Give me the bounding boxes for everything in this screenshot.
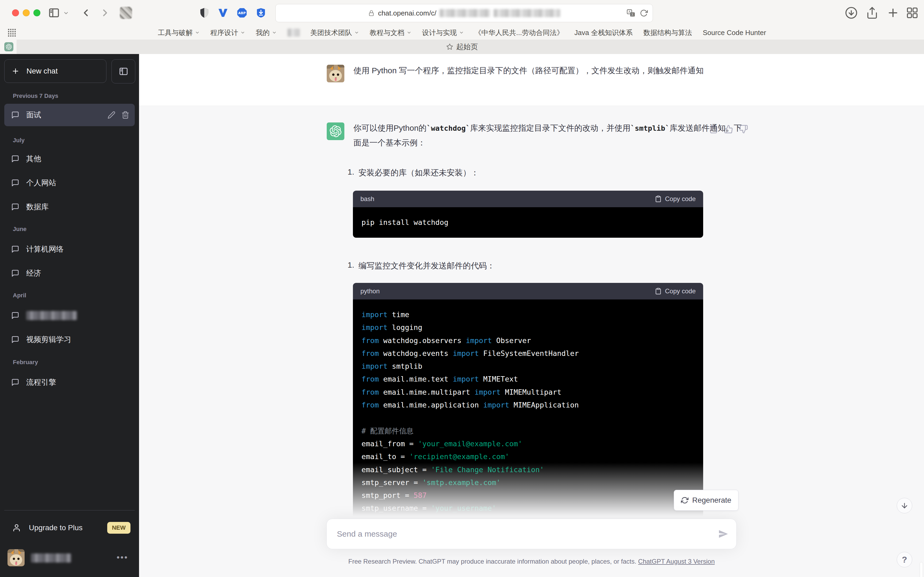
bookmark-item[interactable]: Java 全栈知识体系 [574,28,633,37]
safari-window: chat.openai.com/c/ 工具与破解 程序设计 我的 美团技术团队 … [0,0,924,577]
new-tab-button[interactable] [887,6,900,19]
history-section-label: June [13,226,26,233]
chat-item[interactable]: 视频剪辑学习 [4,328,135,351]
chevron-down-icon[interactable] [63,10,69,16]
chat-sidebar: New chat Previous 7 Days 面试 July 其他 个人网站… [0,54,139,577]
version-link[interactable]: ChatGPT August 3 Version [638,558,715,565]
conversation-pane: 使用 Python 写一个程序，监控指定目录下的文件（路径可配置），文件发生改动… [139,54,924,577]
star-icon [446,44,453,50]
history-section-label: Previous 7 Days [13,92,58,100]
code-content[interactable]: pip install watchdog [353,207,703,237]
extension-icon[interactable] [120,7,132,19]
chat-bubble-icon [11,269,19,277]
forward-button[interactable] [100,7,111,18]
chat-bubble-icon [11,378,19,386]
bookmark-item[interactable]: 数据结构与算法 [643,28,692,37]
chat-bubble-icon [11,203,19,211]
browser-titlebar: chat.openai.com/c/ [0,0,924,26]
zoom-window-button[interactable] [34,10,40,16]
chat-item-mianshi[interactable]: 面试 [4,104,135,126]
sidebar-toggle-icon[interactable] [48,7,60,19]
refresh-icon [681,496,689,504]
bookmark-item[interactable]: 《中华人民共...劳动合同法》 [475,28,564,37]
minimize-window-button[interactable] [23,10,30,16]
upgrade-to-plus-button[interactable]: Upgrade to Plus NEW [4,517,135,539]
chat-item-redacted[interactable] [4,304,135,327]
code-block-python: python Copy code import timeimport loggi… [353,283,703,521]
tab-overview-button[interactable] [906,6,919,19]
clipboard-icon [655,195,662,202]
openai-logo-icon [330,126,341,137]
chat-bubble-icon [11,179,19,187]
new-chat-button[interactable]: New chat [4,60,106,83]
bookmark-item[interactable]: 程序设计 [211,28,245,37]
chat-bubble-icon [11,311,19,319]
code-block-bash: bash Copy code pip install watchdog [353,191,703,238]
list-item-1: 1. 安装必要的库（如果还未安装）： [348,168,479,178]
rename-chat-icon[interactable] [108,111,116,119]
username-redacted [31,553,71,562]
chat-item[interactable]: 数据库 [4,196,135,218]
chat-item[interactable]: 经济 [4,262,135,284]
close-window-button[interactable] [12,10,19,16]
list-item-2: 1. 编写监控文件变化并发送邮件的代码： [348,260,495,271]
assistant-intro-text: 你可以使用Python的`watchdog`库来实现监控指定目录下文件的改动，并… [353,121,744,150]
url-redacted-1 [439,9,490,17]
help-button[interactable]: ? [897,552,912,567]
delete-chat-icon[interactable] [121,111,129,119]
scrollbar-thumb[interactable] [920,562,923,577]
code-content[interactable]: import timeimport loggingfrom watchdog.o… [353,300,703,521]
downloads-button[interactable] [845,6,858,19]
url-redacted-2 [494,9,560,17]
chat-item[interactable]: 个人网站 [4,172,135,194]
sidebar-panel-icon [119,66,128,76]
bookmark-item[interactable]: 设计与实现 [422,28,464,37]
shield-extension-icon[interactable] [198,7,210,19]
bookmarks-bar: 工具与破解 程序设计 我的 美团技术团队 教程与文档 设计与实现 《中华人民共.… [0,26,924,40]
scroll-to-bottom-button[interactable] [897,498,912,513]
bookmark-item[interactable]: 我的 [256,28,277,37]
share-button[interactable] [866,6,879,19]
adblock-plus-extension-icon[interactable] [237,7,248,18]
regenerate-button[interactable]: Regenerate [674,490,739,511]
user-message-row [139,54,924,106]
chat-bubble-icon [11,111,19,119]
address-bar[interactable]: chat.openai.com/c/ [275,4,653,22]
plus-icon [11,67,19,75]
question-mark-icon: ? [902,555,907,565]
vimium-extension-icon[interactable] [217,8,228,18]
chat-item[interactable]: 计算机网络 [4,238,135,260]
copy-code-button[interactable]: Copy code [655,195,696,203]
user-avatar [8,549,24,566]
copy-code-button[interactable]: Copy code [655,287,696,295]
send-message-icon[interactable] [718,529,728,539]
bookmark-item[interactable]: 工具与破解 [158,28,200,37]
footer-disclaimer: Free Research Preview. ChatGPT may produ… [139,558,924,565]
code-language-label: bash [361,195,374,203]
chat-item[interactable]: 其他 [4,148,135,170]
history-section-label: April [13,292,26,299]
tab-bar: 起始页 [0,40,924,54]
chat-bubble-icon [11,245,19,253]
user-menu-dots[interactable]: ••• [117,553,128,562]
user-account-row[interactable]: ••• [4,546,135,569]
message-input[interactable] [336,529,718,539]
chat-item[interactable]: 流程引擎 [4,371,135,393]
tab-start-page[interactable]: 起始页 [0,40,924,54]
close-sidebar-button[interactable] [111,60,135,84]
back-button[interactable] [80,7,92,18]
user-message-avatar [327,65,344,82]
bookmark-item[interactable]: Source Code Hunter [703,29,766,37]
downloader-extension-icon[interactable] [256,8,266,18]
bookmark-item[interactable]: 美团技术团队 [311,28,359,37]
translate-icon[interactable] [626,8,636,18]
chat-bubble-icon [11,335,19,343]
assistant-avatar [327,122,344,140]
code-language-label: python [361,287,380,295]
reload-icon[interactable] [640,9,648,17]
bookmark-item[interactable]: 教程与文档 [370,28,412,37]
bookmark-redacted-chip[interactable] [287,29,300,37]
chat-bubble-icon [11,155,19,163]
arrow-down-icon [900,501,908,509]
person-icon [12,524,21,532]
